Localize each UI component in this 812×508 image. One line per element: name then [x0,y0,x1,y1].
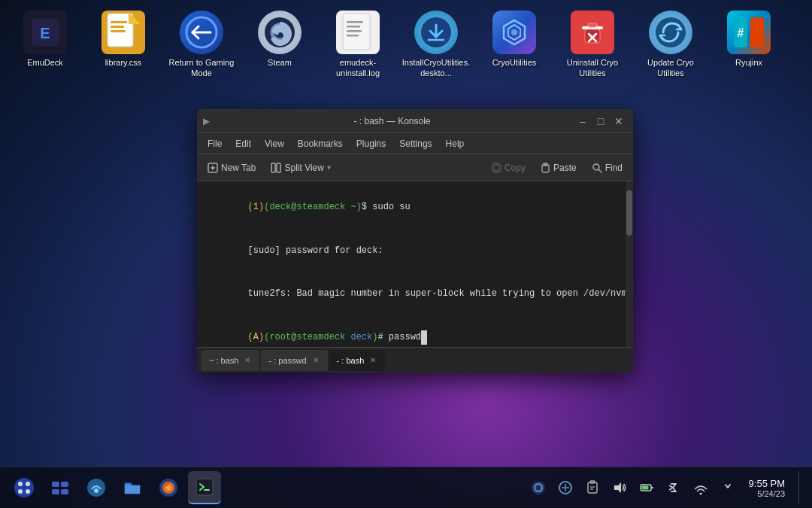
tab-close-passwd[interactable]: ✕ [311,356,320,365]
svg-marker-6 [129,12,141,24]
svg-rect-13 [347,26,360,28]
svg-rect-48 [52,482,59,487]
menu-file[interactable]: File [201,137,228,151]
emudeck-log-label: emudeck-uninstall.log [323,57,392,79]
split-view-button[interactable]: Split View ▾ [265,160,336,176]
tray-network-icon [693,480,708,495]
taskbar-app-store[interactable] [80,471,113,504]
svg-point-60 [532,481,545,494]
clock-time: 9:55 PM [749,478,785,489]
scrollbar-thumb [626,190,632,236]
desktop-icon-install-cryo[interactable]: InstallCryoUtilities.desktо... [398,6,474,84]
taskbar-app-launcher[interactable] [8,471,41,504]
menu-settings[interactable]: Settings [393,137,438,151]
menu-view[interactable]: View [259,137,290,151]
desktop-icon-return-gaming[interactable]: Return to Gaming Mode [164,6,239,84]
cryo-utils-label: CryoUtilities [492,57,537,68]
desktop-icons-row: E EmuDeck library.css [0,0,812,90]
taskbar-clock[interactable]: 9:55 PM 5/24/23 [744,476,789,500]
desktop-icon-library-css[interactable]: library.css [86,6,161,72]
tab-close-bash1[interactable]: ✕ [243,356,252,365]
terminal-tab-passwd[interactable]: - : passwd ✕ [261,350,327,371]
task-switcher-icon [50,477,71,498]
terminal-scrollbar[interactable] [626,181,633,347]
menu-plugins[interactable]: Plugins [350,137,392,151]
paste-icon [541,163,550,173]
svg-rect-54 [125,485,140,494]
close-button[interactable]: ✕ [611,113,627,129]
new-tab-button[interactable]: New Tab [201,160,262,176]
terminal-line-4: (A)(root@steamdeck deck)# passwd [205,316,626,347]
tray-network[interactable] [690,471,711,504]
taskbar-task-switcher[interactable] [44,471,77,504]
taskbar-file-manager[interactable] [116,471,149,504]
tray-clipboard-icon [585,480,600,495]
return-gaming-label: Return to Gaming Mode [167,57,236,79]
terminal-menubar: File Edit View Bookmarks Plugins Setting… [197,133,633,154]
tab-close-bash2[interactable]: ✕ [368,356,377,365]
maximize-button[interactable]: □ [592,113,609,129]
tray-steam[interactable] [528,471,549,504]
copy-button[interactable]: Copy [486,160,532,176]
terminal-taskbar-icon [195,477,214,497]
svg-line-42 [598,169,601,172]
find-button[interactable]: Find [586,160,629,176]
taskbar-left [8,471,221,504]
install-cryo-label: InstallCryoUtilities.desktо... [401,57,471,79]
terminal-title: - : bash — Konsole [210,116,574,126]
tray-discover-icon [558,480,573,495]
terminal-tab-bash1[interactable]: ~ : bash ✕ [201,350,259,371]
svg-rect-71 [651,487,653,488]
svg-rect-23 [585,29,600,43]
app-store-icon [86,477,107,498]
menu-edit[interactable]: Edit [229,137,257,151]
file-manager-icon [122,477,143,498]
svg-rect-12 [347,21,363,23]
terminal-icon: ▶ [203,116,210,126]
svg-rect-50 [52,489,59,494]
desktop-icon-uninstall-cryo[interactable]: Uninstall Cryo Utilities [555,6,630,84]
desktop-icon-cryo-utils[interactable]: CryoUtilities [477,6,552,72]
terminal-line-1: (1)(deck@steamdeck ~)$ sudo su [205,186,626,230]
desktop-icon-emudeck[interactable]: E EmuDeck [8,6,83,72]
svg-rect-5 [111,30,126,32]
terminal-tab-bash2[interactable]: - : bash ✕ [329,350,386,371]
menu-help[interactable]: Help [440,137,471,151]
tray-expand[interactable] [717,471,738,504]
copy-icon [492,163,501,173]
app-launcher-icon [14,477,35,498]
desktop-icon-steam[interactable]: Steam [242,6,317,72]
tray-bluetooth[interactable] [663,471,684,504]
taskbar-terminal[interactable] [188,471,221,504]
ryujinx-label: Ryujinx [735,57,762,68]
desktop-icon-update-cryo[interactable]: Update Cryo Utilities [633,6,708,84]
terminal-tabbar: ~ : bash ✕ - : passwd ✕ - : bash ✕ [197,347,633,373]
terminal-line-2: [sudo] password for deck: [205,230,626,273]
taskbar-right: 9:55 PM 5/24/23 [528,471,804,504]
split-view-arrow[interactable]: ▾ [327,163,331,172]
clock-date: 5/24/23 [749,489,785,498]
tray-volume[interactable] [609,471,630,504]
terminal-toolbar: New Tab Split View ▾ Copy Paste Find [197,154,633,181]
desktop-icon-ryujinx[interactable]: # Ryujinx [711,6,786,72]
tray-battery[interactable] [636,471,657,504]
minimize-button[interactable]: – [574,113,591,129]
svg-point-44 [18,482,23,486]
menu-bookmarks[interactable]: Bookmarks [292,137,349,151]
terminal-content[interactable]: (1)(deck@steamdeck ~)$ sudo su [sudo] pa… [197,181,633,347]
svg-point-21 [511,29,517,35]
library-css-label: library.css [105,57,142,68]
svg-point-43 [14,478,34,497]
show-desktop-button[interactable] [798,471,804,504]
tray-clipboard[interactable] [582,471,603,504]
svg-rect-58 [196,479,213,495]
taskbar-firefox[interactable] [152,471,185,504]
svg-point-47 [26,489,30,494]
svg-rect-3 [111,21,127,23]
paste-button[interactable]: Paste [535,160,583,176]
split-view-icon [271,163,281,173]
desktop-icon-emudeck-log[interactable]: emudeck-uninstall.log [320,6,395,84]
tray-discover[interactable] [555,471,576,504]
find-icon [592,163,602,173]
emudeck-label: EmuDeck [27,57,63,68]
